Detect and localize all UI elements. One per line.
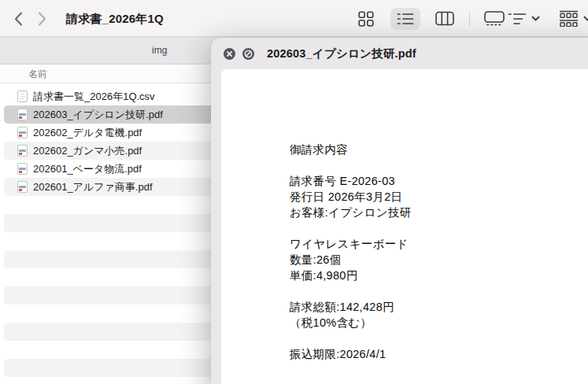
display-options-button[interactable] bbox=[559, 0, 588, 37]
pdf-document-text: 御請求内容 請求番号 E-2026-03 発行日 2026年3月2日 お客様:イ… bbox=[290, 142, 411, 362]
grid-rows-icon bbox=[559, 10, 579, 27]
quicklook-panel: 202603_イプシロン技研.pdf 御請求内容 請求番号 E-2026-03 … bbox=[211, 38, 588, 384]
pdf-file-icon bbox=[17, 109, 28, 120]
name-column-header[interactable]: 名前 bbox=[28, 65, 47, 83]
gallery-view-icon bbox=[484, 11, 505, 26]
finder-toolbar: 請求書_2026年1Q bbox=[0, 0, 588, 37]
chevron-left-icon bbox=[14, 12, 23, 26]
forward-button[interactable] bbox=[33, 10, 50, 28]
file-name: 202601_ベータ物流.pdf bbox=[33, 162, 142, 176]
quicklook-header: 202603_イプシロン技研.pdf bbox=[211, 38, 588, 69]
icon-view-button[interactable] bbox=[351, 8, 381, 30]
pdf-file-icon bbox=[17, 181, 28, 193]
pdf-file-icon bbox=[17, 145, 28, 157]
pdf-file-icon bbox=[17, 127, 28, 138]
file-name: 202602_デルタ電機.pdf bbox=[33, 126, 142, 140]
view-mode-buttons bbox=[351, 0, 509, 37]
pdf-file-icon bbox=[17, 163, 28, 175]
pdf-preview-page: 御請求内容 請求番号 E-2026-03 発行日 2026年3月2日 お客様:イ… bbox=[221, 69, 588, 384]
circle-slash-icon[interactable] bbox=[242, 48, 254, 60]
back-button[interactable] bbox=[9, 10, 27, 28]
list-view-icon bbox=[397, 13, 414, 25]
preview-title: 202603_イプシロン技研.pdf bbox=[267, 46, 416, 61]
file-name: 請求書一覧_2026年1Q.csv bbox=[33, 90, 155, 104]
gallery-view-button[interactable] bbox=[479, 8, 509, 30]
group-list-icon bbox=[508, 13, 527, 25]
tab-img[interactable]: img bbox=[152, 37, 167, 65]
window-title: 請求書_2026年1Q bbox=[66, 0, 164, 37]
circle-x-icon[interactable] bbox=[224, 48, 235, 60]
chevron-right-icon bbox=[38, 12, 46, 26]
column-view-button[interactable] bbox=[430, 8, 460, 30]
group-menu-button[interactable] bbox=[508, 0, 540, 37]
chevron-down-icon bbox=[583, 16, 588, 21]
file-name: 202602_ガンマ小売.pdf bbox=[33, 144, 142, 158]
file-name: 202603_イプシロン技研.pdf bbox=[33, 108, 163, 122]
icon-view-icon bbox=[358, 11, 374, 27]
file-name: 202601_アルファ商事.pdf bbox=[33, 180, 153, 194]
list-view-button[interactable] bbox=[390, 8, 420, 30]
toolbar-divider bbox=[469, 12, 470, 26]
csv-file-icon bbox=[17, 90, 28, 102]
screen: { "toolbar": { "title": "請求書_2026年1Q", "… bbox=[0, 0, 588, 384]
chevron-down-icon bbox=[531, 16, 540, 21]
column-view-icon bbox=[435, 11, 454, 26]
